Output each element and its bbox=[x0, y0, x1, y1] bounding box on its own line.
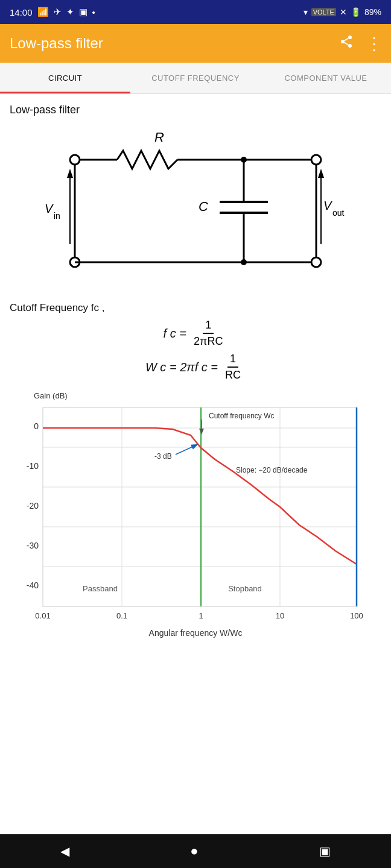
formula-wc-lhs: W c = 2πf c = bbox=[145, 360, 218, 374]
y-axis-label: Gain (dB) bbox=[34, 391, 381, 400]
formula-wc: W c = 2πf c = 1 RC bbox=[10, 353, 381, 382]
dot-icon: • bbox=[92, 7, 95, 17]
svg-text:100: 100 bbox=[350, 611, 363, 620]
app-bar-actions: ⋮ bbox=[339, 34, 381, 54]
recents-button[interactable]: ▣ bbox=[319, 844, 331, 858]
svg-point-2 bbox=[348, 44, 352, 48]
wifi-icon: ✈ bbox=[54, 7, 62, 17]
svg-text:-3 dB: -3 dB bbox=[154, 452, 172, 461]
svg-text:out: out bbox=[332, 208, 345, 218]
fraction-wc: 1 RC bbox=[223, 353, 243, 382]
fraction-denominator: 2πRC bbox=[191, 334, 225, 348]
svg-text:V: V bbox=[323, 199, 332, 212]
svg-text:in: in bbox=[54, 211, 60, 221]
battery-percent: 89% bbox=[364, 7, 381, 17]
formula-label: Cutoff Frequency fc , bbox=[10, 302, 381, 314]
svg-text:Stopband: Stopband bbox=[228, 584, 262, 593]
network-icon: ✕ bbox=[340, 7, 347, 17]
svg-marker-31 bbox=[318, 169, 324, 178]
fraction-wc-numerator: 1 bbox=[227, 353, 238, 368]
svg-point-1 bbox=[341, 40, 345, 43]
svg-point-11 bbox=[70, 155, 80, 165]
formula-section: Cutoff Frequency fc , f c = 1 2πRC W c =… bbox=[10, 302, 381, 382]
svg-text:Passband: Passband bbox=[83, 584, 118, 593]
signal-icon: 📶 bbox=[37, 7, 49, 17]
sim-icon: ▣ bbox=[79, 7, 87, 17]
svg-text:-10: -10 bbox=[27, 461, 39, 471]
menu-button[interactable]: ⋮ bbox=[366, 34, 381, 54]
tab-cutoff-frequency[interactable]: CUTOFF FREQUENCY bbox=[130, 63, 261, 93]
svg-text:1: 1 bbox=[199, 611, 203, 620]
status-bar: 14:00 📶 ✈ ✦ ▣ • ▾ VOLTE ✕ 🔋 89% bbox=[0, 0, 391, 24]
svg-text:Cutoff frequency Wc: Cutoff frequency Wc bbox=[209, 412, 275, 420]
nav-bar: ◀ ● ▣ bbox=[0, 834, 391, 868]
app-title: Low-pass filter bbox=[10, 35, 103, 52]
status-right: ▾ VOLTE ✕ 🔋 89% bbox=[304, 7, 381, 17]
filter-title: Low-pass filter bbox=[10, 104, 381, 116]
chart-container: Gain (dB) 0 -10 -20 -30 -40 0.01 0.1 bbox=[10, 391, 381, 638]
app-bar: Low-pass filter ⋮ bbox=[0, 24, 391, 63]
wifi-signal-icon: ▾ bbox=[304, 7, 308, 17]
svg-line-4 bbox=[345, 39, 349, 41]
svg-text:0.01: 0.01 bbox=[35, 611, 50, 620]
home-button[interactable]: ● bbox=[190, 843, 198, 859]
svg-text:-40: -40 bbox=[27, 580, 39, 590]
svg-point-26 bbox=[311, 155, 321, 165]
volte-icon: VOLTE bbox=[311, 8, 336, 16]
svg-text:-20: -20 bbox=[27, 501, 39, 511]
svg-text:-30: -30 bbox=[27, 541, 39, 550]
tab-component-value[interactable]: COMPONENT VALUE bbox=[261, 63, 391, 93]
status-left: 14:00 📶 ✈ ✦ ▣ • bbox=[10, 7, 95, 17]
circuit-diagram: R V in bbox=[10, 124, 381, 292]
svg-text:V: V bbox=[45, 202, 54, 215]
formula-fc-lhs: f c = bbox=[164, 327, 186, 341]
fraction-numerator: 1 bbox=[203, 319, 214, 334]
fraction-fc: 1 2πRC bbox=[191, 319, 225, 348]
back-button[interactable]: ◀ bbox=[60, 844, 69, 858]
svg-line-3 bbox=[345, 43, 349, 45]
svg-text:0: 0 bbox=[34, 421, 39, 431]
svg-point-27 bbox=[311, 257, 321, 267]
svg-marker-16 bbox=[67, 169, 73, 178]
svg-point-0 bbox=[348, 36, 352, 39]
main-content: Low-pass filter R V in bbox=[0, 94, 391, 834]
svg-text:C: C bbox=[199, 199, 208, 214]
fraction-wc-denominator: RC bbox=[223, 368, 243, 382]
svg-text:0.1: 0.1 bbox=[116, 611, 127, 620]
svg-text:Slope: −20 dB/decade: Slope: −20 dB/decade bbox=[236, 466, 308, 474]
svg-text:10: 10 bbox=[276, 611, 284, 620]
svg-text:R: R bbox=[154, 130, 164, 145]
tab-circuit[interactable]: CIRCUIT bbox=[0, 63, 130, 93]
time: 14:00 bbox=[10, 7, 33, 17]
x-axis-label: Angular frequency W/Wc bbox=[10, 628, 381, 638]
share-button[interactable] bbox=[339, 34, 354, 52]
tab-bar: CIRCUIT CUTOFF FREQUENCY COMPONENT VALUE bbox=[0, 63, 391, 94]
svg-rect-32 bbox=[43, 407, 357, 606]
formula-fc: f c = 1 2πRC bbox=[10, 319, 381, 348]
bluetooth-icon: ✦ bbox=[66, 7, 74, 17]
battery-icon: 🔋 bbox=[351, 7, 361, 17]
